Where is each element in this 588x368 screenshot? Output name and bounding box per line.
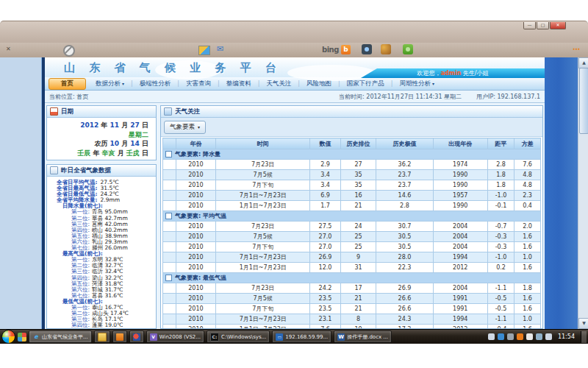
taskbar-button-8[interactable]: W操作手册.docx ... [334, 330, 392, 343]
scrollbar-thumb[interactable] [579, 68, 588, 134]
table-row[interactable]: 20107月1日~7月23日6.91614.61957-1.02.3 [163, 191, 541, 201]
table-group-row[interactable]: 气象要素: 降水量 [163, 149, 541, 160]
table-cell: -0.4 [488, 325, 514, 329]
quick-launch-icon[interactable] [18, 333, 26, 342]
table-row[interactable]: 20107月下旬23.52126.61991-0.51.6 [163, 304, 541, 314]
hidden-icons-arrow-icon[interactable] [507, 333, 514, 340]
table-row[interactable]: 20107月5候23.52126.61991-0.51.6 [163, 294, 541, 304]
table-row[interactable]: 20101月1日~7月23日7.61917.32012-0.41.6 [163, 325, 541, 329]
checkbox-icon[interactable] [165, 213, 172, 219]
display-icon[interactable] [536, 333, 542, 340]
more-options-icon[interactable]: ⋯ [573, 45, 581, 53]
table-cell: 7月1日~7月23日 [215, 191, 310, 201]
select-cell [163, 180, 176, 191]
table-row[interactable]: 20107月下旬3.43523.719901.84.8 [163, 180, 541, 191]
checkbox-icon[interactable] [165, 275, 172, 281]
table-cell: 23.7 [376, 170, 433, 180]
select-cell [163, 160, 176, 170]
language-indicator-icon[interactable] [488, 333, 495, 340]
scroll-down-icon[interactable]: ▼ [578, 318, 588, 329]
nav-item-1[interactable]: 首页 [49, 78, 86, 90]
welcome-username: admin [440, 70, 461, 77]
mail-icon[interactable]: ✉ [217, 44, 223, 54]
table-row[interactable]: 20101月1日~7月23日1.7212.81990-0.10.4 [163, 201, 541, 211]
network-globe-icon[interactable] [498, 333, 504, 340]
table-row[interactable]: 20107月1日~7月23日26.9928.01994-1.01.0 [163, 252, 541, 263]
page-scrollbar[interactable]: ▲ ▼ [578, 57, 588, 329]
calendar-text: 星期二 [129, 131, 148, 138]
volume-icon[interactable] [545, 333, 552, 340]
addon-puzzle-icon[interactable] [403, 44, 413, 54]
table-row[interactable]: 20107月1日~7月23日23.1824.31994-1.11.0 [163, 314, 541, 325]
nav-item-2[interactable]: 数据分析▾ [89, 79, 131, 88]
table-row[interactable]: 20107月5候3.43523.719901.84.8 [163, 170, 541, 180]
nav-item-8[interactable]: 国家下行产品 [340, 79, 391, 88]
checkbox-icon[interactable] [165, 151, 172, 158]
nav-item-3[interactable]: 极端性分析 [133, 79, 178, 88]
breadcrumb: 当前位置: 首页 [49, 93, 88, 101]
bing-search-widget[interactable]: bing b [322, 45, 351, 54]
table-cell: 7月23日 [215, 283, 310, 294]
select-cell [163, 170, 176, 180]
minimize-button[interactable]: — [523, 22, 536, 29]
taskbar-clock[interactable]: 11:54 [558, 333, 575, 340]
toolbar-close-icon[interactable]: ✕ [6, 46, 11, 52]
maximize-button[interactable]: ▢ [537, 22, 549, 29]
taskbar-button-2[interactable] [94, 330, 110, 343]
taskbar-button-5[interactable]: VWin2008 (VS2... [146, 330, 204, 343]
taskbar-button-4[interactable] [129, 330, 144, 343]
table-row[interactable]: 20107月下旬27.02530.52004-0.31.6 [163, 242, 541, 252]
table-cell: 23.1 [310, 314, 340, 325]
table-cell: -1.0 [488, 252, 514, 263]
table-cell: 2010 [176, 325, 215, 329]
table-cell: -0.5 [488, 304, 514, 314]
table-cell: 1.6 [514, 232, 540, 242]
paw-icon[interactable] [381, 44, 391, 54]
select-cell [163, 304, 176, 314]
element-filter-button[interactable]: 气象要素 ▾ [164, 121, 206, 134]
taskbar-button-1[interactable]: e山东省气候业务平... [29, 330, 92, 343]
taskbar-button-7[interactable]: ▭192.168.59.99... [272, 330, 331, 343]
nav-item-4[interactable]: 灾害查询 [179, 79, 218, 88]
camera-icon[interactable] [362, 44, 372, 54]
group-cell: 气象要素: 降水量 [163, 149, 541, 160]
table-cell: 1.0 [514, 252, 540, 263]
table-cell: 14.6 [376, 191, 433, 201]
close-button[interactable]: ✕ [550, 22, 566, 29]
nav-item-9[interactable]: 周期性分析▾ [392, 79, 441, 88]
bing-search-icon[interactable]: b [341, 45, 351, 54]
table-cell: 23.5 [310, 294, 340, 304]
show-desktop-button[interactable] [581, 331, 587, 343]
group-cell: 气象要素: 最低气温 [163, 273, 541, 283]
photos-icon[interactable] [198, 46, 210, 55]
yesterday-data-panel: 昨日全省气象数据 全省日平均气温:27.5℃全省日最高气温:31.5℃全省日最低… [46, 164, 157, 329]
firefox-icon[interactable] [517, 333, 523, 340]
table-cell: 17 [340, 283, 376, 294]
table-cell: 26.6 [376, 294, 433, 304]
taskbar-button-3[interactable] [112, 330, 127, 343]
action-center-flag-icon[interactable] [526, 333, 533, 340]
table-group-row[interactable]: 气象要素: 平均气温 [163, 211, 541, 222]
select-cell [163, 232, 176, 242]
table-group-row[interactable]: 气象要素: 最低气温 [163, 273, 541, 283]
scroll-up-icon[interactable]: ▲ [578, 57, 588, 68]
media-icon [133, 333, 140, 341]
nav-item-5[interactable]: 整编资料 [220, 79, 258, 88]
table-cell: 2010 [176, 232, 215, 242]
nav-item-label: 国家下行产品 [347, 79, 384, 88]
table-cell: 4.8 [514, 180, 540, 191]
table-row[interactable]: 20101月1日~7月23日12.03122.320120.21.6 [163, 263, 541, 273]
table-row[interactable]: 20107月23日24.21726.92004-1.11.8 [163, 283, 541, 294]
table-row[interactable]: 20107月5候27.02530.52004-0.31.6 [163, 232, 541, 242]
taskbar-button-6[interactable]: C:C:\Windows\sys... [207, 330, 270, 343]
table-cell: 2010 [176, 170, 215, 180]
table-cell: 3.4 [310, 170, 340, 180]
nav-item-6[interactable]: 天气关注 [259, 79, 298, 88]
table-cell: 7月下旬 [215, 304, 310, 314]
table-row[interactable]: 20107月23日2.92736.219742.87.6 [163, 160, 541, 170]
table-row[interactable]: 20107月23日27.52430.72004-0.72.0 [163, 222, 541, 232]
table-cell: 1.8 [514, 283, 540, 294]
start-button[interactable] [1, 330, 15, 344]
blocked-popup-icon[interactable] [63, 45, 75, 57]
table-cell: 6.9 [310, 191, 340, 201]
